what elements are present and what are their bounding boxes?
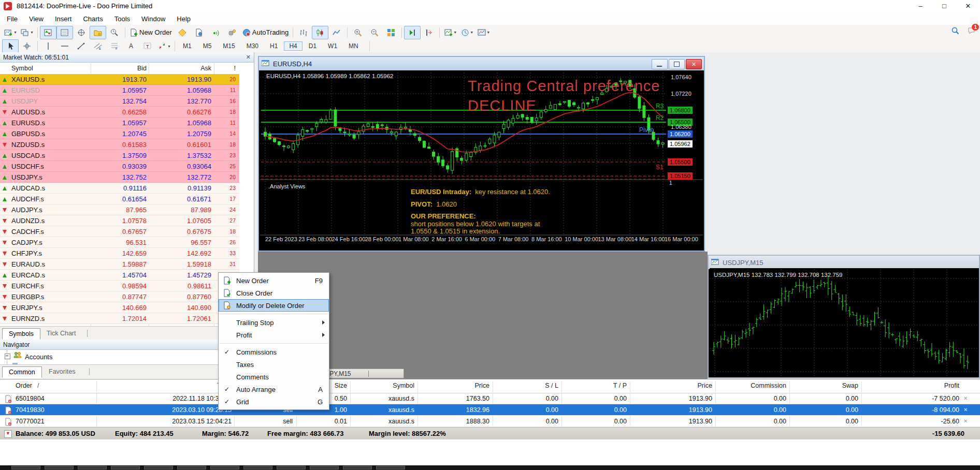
dropdown-caret-icon[interactable]: ▾ (487, 30, 489, 35)
terminal-tab-clipped[interactable] (144, 466, 173, 469)
chart-shift-button[interactable] (421, 26, 437, 39)
dropdown-caret-icon[interactable]: ▾ (14, 30, 16, 35)
text-tool-button[interactable]: A (123, 39, 139, 53)
terminal-tab-clipped[interactable] (45, 466, 74, 469)
column-header-bid[interactable]: Bid (47, 63, 147, 74)
close-button[interactable]: ✕ (956, 0, 980, 12)
zoom-in-button[interactable] (350, 26, 366, 39)
terminal-tab-clipped[interactable] (210, 466, 239, 469)
search-button[interactable] (951, 26, 959, 36)
order-row[interactable]: 707700212023.03.15 12:04:21sell0.01xauus… (0, 416, 980, 427)
terminal-tab-clipped[interactable] (376, 466, 405, 469)
context-menu-item-close-order[interactable]: Close Order (219, 287, 329, 299)
terminal-tab-clipped[interactable] (277, 466, 306, 469)
menu-help[interactable]: Help (171, 13, 196, 25)
market-watch-row[interactable]: EURCHF.s0.985940.9861117 (0, 281, 239, 291)
dropdown-caret-icon[interactable]: ▾ (168, 44, 170, 49)
market-watch-row[interactable]: AUDCHF.s0.616540.6167117 (0, 194, 239, 204)
auto-scroll-button[interactable] (404, 26, 421, 39)
market-watch-row[interactable]: EURNZD.s1.720141.7206147 (0, 313, 239, 324)
column-header-order[interactable]: Order (16, 382, 32, 389)
market-watch-row[interactable]: XAUUSD.s1913.701913.9020 (0, 74, 239, 85)
market-watch-row[interactable]: CHFJPY.s142.659142.69233 (0, 248, 239, 259)
market-watch-row[interactable]: GBPUSD.s1.207451.2075914 (0, 128, 239, 139)
market-watch-close-icon[interactable]: ✕ (246, 54, 251, 61)
column-header-swap[interactable]: Swap (755, 382, 858, 389)
signals-button[interactable] (207, 26, 224, 39)
eurusd-window-titlebar[interactable]: EURUSD,H4 (259, 57, 704, 70)
profiles-button[interactable]: ▾ (19, 26, 35, 39)
experts-button[interactable] (191, 26, 207, 39)
tab-common[interactable]: Common (2, 366, 42, 378)
timeframe-m5[interactable]: M5 (198, 41, 217, 51)
trendline-tool-button[interactable] (73, 39, 90, 53)
usdjpy-chart-area[interactable] (710, 268, 979, 376)
close-position-icon[interactable]: ✕ (963, 393, 968, 404)
timeframe-m1[interactable]: M1 (178, 41, 197, 51)
fibonacci-tool-button[interactable]: F (106, 39, 123, 53)
terminal-tab-clipped[interactable] (310, 466, 339, 469)
minimize-button[interactable]: – (909, 0, 932, 12)
market-watch-button[interactable] (40, 26, 56, 39)
timeframe-m30[interactable]: M30 (241, 41, 264, 51)
timeframe-h1[interactable]: H1 (265, 41, 283, 51)
menu-charts[interactable]: Charts (77, 13, 108, 25)
timeframe-w1[interactable]: W1 (323, 41, 342, 51)
context-menu-item-grid[interactable]: ✓GridG (219, 395, 329, 408)
column-header-profit[interactable]: Profit (856, 382, 959, 389)
bar-chart-button[interactable] (295, 26, 312, 39)
close-position-icon[interactable]: ✕ (963, 416, 968, 427)
market-watch-row[interactable]: EURGBP.s0.877470.8776013 (0, 291, 239, 302)
tab-symbols[interactable]: Symbols (2, 328, 40, 340)
close-window-button[interactable]: ✕ (686, 59, 702, 69)
market-watch-row[interactable]: USDJPY.s132.752132.77220 (0, 172, 239, 183)
maximize-button[interactable]: □ (932, 0, 956, 12)
context-menu-item-new-order[interactable]: New OrderF9 (219, 274, 329, 287)
terminal-tab-clipped[interactable] (78, 466, 107, 469)
menu-window[interactable]: Window (136, 13, 171, 25)
dropdown-caret-icon[interactable]: ▾ (471, 30, 473, 35)
menu-view[interactable]: View (23, 13, 49, 25)
tab-favorites[interactable]: Favorites (42, 366, 81, 377)
market-watch-row[interactable]: EURAUD.s1.598871.5991831 (0, 259, 239, 270)
market-watch-row[interactable]: EURUSD.s1.059571.0596811 (0, 118, 239, 128)
timeframe-d1[interactable]: D1 (304, 41, 322, 51)
cursor-tool-button[interactable] (2, 39, 19, 53)
candlesticks-button[interactable] (312, 26, 328, 39)
context-menu-item-comments[interactable]: Comments (219, 371, 329, 383)
crosshair-tool-button[interactable] (19, 39, 35, 53)
market-watch-row[interactable]: AUDCAD.s0.911160.9113923 (0, 183, 239, 194)
tab-tick-chart[interactable]: Tick Chart (40, 328, 82, 339)
templates-button[interactable]: ▾ (475, 26, 492, 39)
new-order-button[interactable]: New Order (127, 26, 174, 39)
market-watch-row[interactable]: USDJPY132.754132.77016 (0, 96, 239, 107)
menu-tools[interactable]: Tools (109, 13, 136, 25)
terminal-tab-clipped[interactable] (343, 466, 372, 469)
indicators-button[interactable]: ▾ (442, 26, 458, 39)
menu-insert[interactable]: Insert (49, 13, 78, 25)
navigator-button[interactable] (73, 26, 90, 39)
arrows-tool-button[interactable]: ▾ (156, 39, 172, 53)
market-watch-row[interactable]: CADCHF.s0.676570.6767518 (0, 226, 239, 237)
tree-item-accounts[interactable]: Accounts (25, 353, 52, 361)
market-watch-row[interactable]: AUDNZD.s1.075781.0760527 (0, 215, 239, 226)
equidistant-channel-tool-button[interactable]: E (90, 39, 106, 53)
dropdown-caret-icon[interactable]: ▾ (454, 30, 456, 35)
market-watch-row[interactable]: USDCAD.s1.375091.3753223 (0, 150, 239, 161)
vertical-line-tool-button[interactable] (40, 39, 56, 53)
terminal-tab-clipped[interactable] (177, 466, 206, 469)
context-menu-item-profit[interactable]: Profit (219, 329, 329, 341)
tree-expand-icon[interactable] (5, 354, 10, 359)
minimize-window-button[interactable] (652, 59, 668, 69)
close-position-icon[interactable]: ✕ (963, 404, 968, 416)
timeframe-m15[interactable]: M15 (218, 41, 240, 51)
usdjpy-window-titlebar[interactable]: USDJPY,M15 (709, 256, 979, 269)
periods-button[interactable]: ▾ (458, 26, 475, 39)
order-row[interactable]: 650198042022.11.18 10:38:12sell0.50xauus… (0, 393, 980, 404)
market-watch-row[interactable]: EURUSD1.059571.0596811 (0, 85, 239, 96)
context-menu-item-commissions[interactable]: ✓Commissions (219, 346, 329, 358)
terminal-tab-clipped[interactable] (111, 466, 140, 469)
market-watch-row[interactable]: EURCAD.s1.457041.4572925 (0, 270, 239, 281)
market-watch-row[interactable]: AUDUSD.s0.662580.6627618 (0, 107, 239, 118)
options-button[interactable] (224, 26, 240, 39)
